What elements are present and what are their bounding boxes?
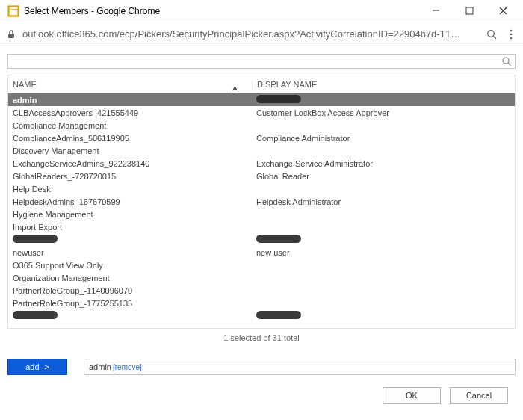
table-row[interactable]: ComplianceAdmins_506119905Compliance Adm…	[8, 132, 515, 144]
cell-name	[8, 311, 252, 321]
members-table: NAME DISPLAY NAME adminCLBAccessApprover…	[7, 75, 516, 329]
search-input[interactable]	[11, 55, 501, 68]
table-body[interactable]: adminCLBAccessApprovers_421555449Custome…	[8, 93, 515, 328]
table-row[interactable]: Discovery Management	[8, 144, 515, 157]
cell-display: Exchange Service Administrator	[252, 159, 515, 168]
svg-rect-4	[466, 7, 473, 14]
search-icon[interactable]	[501, 56, 512, 67]
app-icon	[7, 5, 19, 17]
table-row[interactable]: HelpdeskAdmins_167670599Helpdesk Adminis…	[8, 195, 515, 208]
redacted	[13, 235, 58, 243]
ok-button[interactable]: OK	[383, 387, 441, 404]
svg-point-13	[503, 58, 509, 64]
svg-line-9	[493, 36, 496, 39]
remove-link[interactable]: [remove]	[113, 363, 142, 371]
table-row[interactable]: O365 Support View Only	[8, 259, 515, 271]
cell-name: O365 Support View Only	[8, 261, 252, 270]
sort-asc-icon	[232, 84, 238, 93]
zoom-icon[interactable]	[486, 28, 498, 40]
cell-display: Customer LockBox Access Approver	[252, 108, 515, 117]
cell-name: Help Desk	[8, 185, 252, 194]
cell-display	[252, 311, 515, 321]
cell-name: Organization Management	[8, 274, 252, 282]
table-row[interactable]	[8, 233, 515, 246]
svg-line-14	[508, 63, 511, 66]
cell-name: Compliance Management	[8, 121, 252, 130]
svg-rect-7	[8, 34, 14, 38]
cell-display	[252, 95, 515, 105]
cell-name: admin	[8, 96, 252, 105]
table-row[interactable]	[8, 309, 515, 322]
cell-name: PartnerRoleGroup_-1775255135	[8, 299, 252, 308]
cell-name: ComplianceAdmins_506119905	[8, 134, 252, 143]
column-display-name[interactable]: DISPLAY NAME	[252, 80, 515, 89]
cell-name: PartnerRoleGroup_-1140096070	[8, 286, 252, 295]
selected-members-field[interactable]: admin [remove];	[84, 359, 516, 375]
cell-display: Compliance Administrator	[252, 134, 515, 143]
separator: ;	[142, 362, 144, 371]
table-row[interactable]: newusernew user	[8, 246, 515, 259]
table-row[interactable]: Compliance Management	[8, 119, 515, 132]
close-button[interactable]	[486, 0, 520, 22]
table-row[interactable]: Import Export	[8, 220, 515, 233]
svg-rect-1	[10, 7, 17, 9]
cell-name: GlobalReaders_-728720015	[8, 172, 252, 181]
addressbar: outlook.office365.com/ecp/Pickers/Securi…	[0, 22, 523, 46]
column-display-label: DISPLAY NAME	[257, 80, 317, 89]
search-box[interactable]	[7, 54, 516, 69]
redacted	[256, 95, 301, 103]
selected-member: admin	[89, 362, 111, 371]
svg-point-10	[510, 29, 513, 31]
minimize-button[interactable]	[419, 0, 453, 22]
column-name[interactable]: NAME	[8, 80, 252, 89]
table-row[interactable]: GlobalReaders_-728720015Global Reader	[8, 170, 515, 182]
titlebar: Select Members - Google Chrome	[0, 0, 523, 22]
cell-display	[252, 235, 515, 244]
svg-marker-15	[232, 86, 238, 90]
cell-name: Import Export	[8, 223, 252, 232]
cell-name: Discovery Management	[8, 146, 252, 155]
cell-name: Hygiene Management	[8, 210, 252, 219]
table-row[interactable]: Organization Management	[8, 271, 515, 284]
selection-status: 1 selected of 31 total	[7, 333, 516, 342]
cell-name: ExchangeServiceAdmins_922238140	[8, 159, 252, 168]
cell-name: newuser	[8, 248, 252, 257]
url-text[interactable]: outlook.office365.com/ecp/Pickers/Securi…	[22, 28, 478, 40]
redacted	[13, 311, 58, 319]
cell-display: Helpdesk Administrator	[252, 197, 515, 206]
cancel-button[interactable]: Cancel	[450, 387, 508, 404]
table-row[interactable]: Help Desk	[8, 182, 515, 195]
table-row[interactable]: ExchangeServiceAdmins_922238140Exchange …	[8, 157, 515, 170]
cell-display: Global Reader	[252, 172, 515, 181]
redacted	[256, 235, 301, 243]
table-row[interactable]: admin	[8, 93, 515, 106]
svg-point-12	[510, 37, 513, 39]
redacted	[256, 311, 301, 319]
svg-point-11	[510, 33, 513, 35]
svg-point-8	[488, 30, 495, 37]
cell-name	[8, 235, 252, 244]
table-header: NAME DISPLAY NAME	[8, 75, 515, 93]
cell-display: new user	[252, 248, 515, 257]
menu-icon[interactable]	[505, 28, 517, 40]
cell-name: HelpdeskAdmins_167670599	[8, 197, 252, 206]
table-row[interactable]: CLBAccessApprovers_421555449Customer Loc…	[8, 106, 515, 119]
cell-name: CLBAccessApprovers_421555449	[8, 108, 252, 117]
table-row[interactable]: Hygiene Management	[8, 208, 515, 220]
table-row[interactable]: PartnerRoleGroup_-1775255135	[8, 297, 515, 309]
table-row[interactable]: PartnerRoleGroup_-1140096070	[8, 284, 515, 297]
window-title: Select Members - Google Chrome	[24, 6, 419, 16]
lock-icon	[6, 29, 16, 40]
column-name-label: NAME	[13, 80, 37, 89]
svg-rect-2	[10, 10, 17, 15]
maximize-button[interactable]	[453, 0, 486, 22]
add-button[interactable]: add ->	[7, 359, 67, 375]
